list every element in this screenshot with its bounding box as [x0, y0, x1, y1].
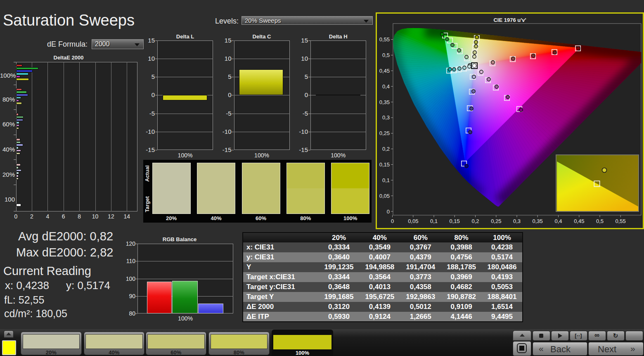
svg-text:0,25: 0,25 — [379, 130, 390, 136]
svg-text:0,45: 0,45 — [574, 218, 584, 224]
svg-text:CIE 1976 u'v': CIE 1976 u'v' — [493, 17, 526, 23]
svg-text:0,35: 0,35 — [379, 99, 390, 105]
svg-text:0,5: 0,5 — [382, 52, 390, 58]
svg-text:0,05: 0,05 — [408, 218, 418, 224]
svg-text:0,2: 0,2 — [471, 218, 479, 224]
svg-text:0,2: 0,2 — [382, 146, 390, 152]
svg-text:0: 0 — [391, 218, 394, 224]
svg-text:0,5: 0,5 — [596, 218, 604, 224]
svg-text:0,45: 0,45 — [379, 68, 390, 74]
svg-text:0,3: 0,3 — [513, 218, 521, 224]
svg-text:0,15: 0,15 — [450, 218, 460, 224]
svg-text:0,4: 0,4 — [382, 83, 390, 90]
svg-text:0,15: 0,15 — [379, 161, 390, 168]
svg-text:0,4: 0,4 — [554, 218, 562, 224]
svg-text:0,55: 0,55 — [379, 36, 390, 43]
svg-text:0,3: 0,3 — [382, 114, 390, 121]
svg-text:0,25: 0,25 — [491, 218, 501, 224]
svg-text:0,35: 0,35 — [533, 218, 543, 224]
svg-text:0: 0 — [387, 209, 390, 215]
svg-text:0,1: 0,1 — [430, 218, 438, 224]
svg-text:0,1: 0,1 — [382, 177, 390, 183]
svg-text:0,55: 0,55 — [616, 218, 626, 224]
svg-text:0,05: 0,05 — [379, 193, 390, 199]
